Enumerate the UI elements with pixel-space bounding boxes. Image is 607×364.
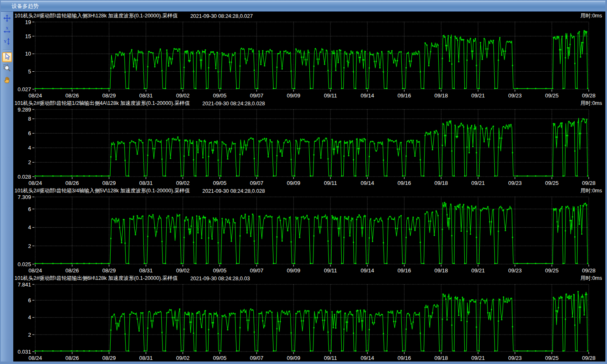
cursor-icon xyxy=(4,53,10,61)
toolbar-separator xyxy=(3,50,11,51)
svg-text:09/09: 09/09 xyxy=(287,180,301,186)
svg-text:08/26: 08/26 xyxy=(66,180,79,186)
svg-text:09/21: 09/21 xyxy=(471,267,485,274)
svg-text:08/24: 08/24 xyxy=(29,267,42,274)
svg-text:08/24: 08/24 xyxy=(29,355,42,361)
pan-hand-icon xyxy=(3,76,11,85)
chart-4-header: 101机头2#驱动部\齿轮箱输出侧6H\128k 加速度波形(0.1-20000… xyxy=(13,274,606,283)
svg-text:08/26: 08/26 xyxy=(66,267,79,274)
svg-text:4: 4 xyxy=(28,145,31,151)
svg-text:09/02: 09/02 xyxy=(176,267,190,274)
y-axis-zoom-button[interactable]: Y xyxy=(2,37,12,47)
x-axis-zoom-button[interactable]: X xyxy=(2,26,12,36)
svg-text:09/16: 09/16 xyxy=(398,355,411,361)
svg-text:09/05: 09/05 xyxy=(213,267,227,274)
svg-text:09/09: 09/09 xyxy=(287,267,301,274)
svg-text:09/25: 09/25 xyxy=(545,355,559,361)
svg-text:09/18: 09/18 xyxy=(435,92,448,99)
svg-text:09/11: 09/11 xyxy=(324,267,337,274)
svg-text:09/14: 09/14 xyxy=(361,355,374,361)
svg-text:09/11: 09/11 xyxy=(324,355,337,361)
svg-text:09/16: 09/16 xyxy=(398,92,411,99)
chart-2-elapsed: 用时:0ms xyxy=(580,100,602,107)
trend-plot-2[interactable]: 9.2890.028864208/2408/2608/2908/3109/020… xyxy=(13,108,606,187)
svg-text:09/02: 09/02 xyxy=(176,355,190,361)
svg-text:09/18: 09/18 xyxy=(435,180,448,186)
chart-4-elapsed: 用时:0ms xyxy=(580,275,602,282)
svg-text:6: 6 xyxy=(28,206,31,212)
svg-text:08/31: 08/31 xyxy=(139,267,153,274)
svg-text:08/26: 08/26 xyxy=(66,355,79,361)
svg-text:08/26: 08/26 xyxy=(66,92,79,99)
svg-text:09/05: 09/05 xyxy=(213,355,227,361)
svg-text:09/21: 09/21 xyxy=(471,92,485,99)
svg-text:08/24: 08/24 xyxy=(29,92,42,99)
svg-text:08/24: 08/24 xyxy=(29,180,42,186)
chart-2-header: 101机头2#驱动部\齿轮箱1/2轴输出侧4A\128k 加速度波形(0.1-2… xyxy=(13,99,606,108)
chart-3-title: 101机头2#驱动部\齿轮箱3/4轴输入侧5V\128k 加速度波形(0.1-2… xyxy=(15,187,190,194)
chart-1-timestamp: 2021-09-30 08:24:28,0.027 xyxy=(190,13,253,19)
svg-text:09/07: 09/07 xyxy=(250,267,264,274)
svg-text:0.027: 0.027 xyxy=(17,86,31,92)
tool-strip: X Y xyxy=(1,12,13,362)
svg-text:09/09: 09/09 xyxy=(287,355,301,361)
svg-text:7.309: 7.309 xyxy=(17,195,31,200)
trend-chart-1: 101机头2#驱动部\齿轮箱输入侧3H\128k 加速度波形(0.1-20000… xyxy=(13,12,606,99)
trend-plot-4[interactable]: 7.8410.03164208/2408/2608/2908/3109/0209… xyxy=(13,283,606,362)
cursor-tool-button[interactable] xyxy=(2,52,12,62)
y-axis-zoom-icon: Y xyxy=(3,38,11,47)
svg-text:6: 6 xyxy=(28,130,31,136)
svg-text:09/09: 09/09 xyxy=(287,92,301,99)
svg-text:08/29: 08/29 xyxy=(102,180,116,186)
charts-area: 101机头2#驱动部\齿轮箱输入侧3H\128k 加速度波形(0.1-20000… xyxy=(13,12,606,362)
chart-3-elapsed: 用时:0ms xyxy=(580,187,602,194)
svg-text:9.289: 9.289 xyxy=(17,108,31,113)
svg-text:08/29: 08/29 xyxy=(102,267,116,274)
svg-text:09/21: 09/21 xyxy=(471,355,485,361)
svg-text:09/16: 09/16 xyxy=(398,180,411,186)
svg-text:7.841: 7.841 xyxy=(17,283,31,288)
svg-text:0.028: 0.028 xyxy=(17,174,31,180)
svg-text:09/28: 09/28 xyxy=(582,92,596,99)
chart-1-title: 101机头2#驱动部\齿轮箱输入侧3H\128k 加速度波形(0.1-20000… xyxy=(15,12,178,19)
svg-text:09/14: 09/14 xyxy=(361,180,374,186)
svg-text:09/11: 09/11 xyxy=(324,180,337,186)
svg-text:2: 2 xyxy=(28,243,31,249)
trend-plot-1[interactable]: 190.0271510508/2408/2608/2908/3109/0209/… xyxy=(13,20,606,99)
svg-text:4: 4 xyxy=(28,224,31,231)
svg-text:2: 2 xyxy=(28,332,31,338)
svg-text:15: 15 xyxy=(25,33,31,39)
svg-text:08/31: 08/31 xyxy=(139,92,153,99)
pan-hand-button[interactable] xyxy=(2,75,12,85)
chart-1-header: 101机头2#驱动部\齿轮箱输入侧3H\128k 加速度波形(0.1-20000… xyxy=(13,12,606,20)
zoom-select-button[interactable] xyxy=(2,64,12,74)
svg-text:10: 10 xyxy=(25,51,31,57)
app-window: 设备多趋势 X xyxy=(0,0,607,364)
pan-all-icon xyxy=(3,15,11,24)
svg-text:08/31: 08/31 xyxy=(139,355,153,361)
window-title: 设备多趋势 xyxy=(12,3,39,9)
svg-text:09/07: 09/07 xyxy=(250,92,264,99)
svg-text:09/18: 09/18 xyxy=(435,355,448,361)
svg-text:09/07: 09/07 xyxy=(250,180,264,186)
svg-text:09/02: 09/02 xyxy=(176,180,190,186)
chart-2-timestamp: 2021-09-30 08:24:28,0.028 xyxy=(202,101,265,107)
chart-3-header: 101机头2#驱动部\齿轮箱3/4轴输入侧5V\128k 加速度波形(0.1-2… xyxy=(13,187,606,195)
svg-text:09/23: 09/23 xyxy=(508,355,522,361)
chart-3-timestamp: 2021-09-30 08:24:28,0.028 xyxy=(202,188,265,194)
svg-text:09/02: 09/02 xyxy=(176,92,190,99)
svg-text:09/11: 09/11 xyxy=(324,92,337,99)
chart-4-timestamp: 2021-09-30 08:24:28,0.03 xyxy=(190,276,250,281)
trend-plot-3[interactable]: 7.3090.02564208/2408/2608/2908/3109/0209… xyxy=(13,195,606,274)
svg-text:Y: Y xyxy=(4,39,7,44)
window-titlebar: 设备多趋势 xyxy=(1,1,605,12)
svg-text:09/25: 09/25 xyxy=(545,267,559,274)
svg-text:08/31: 08/31 xyxy=(139,180,153,186)
svg-text:09/14: 09/14 xyxy=(361,267,374,274)
svg-text:09/28: 09/28 xyxy=(582,355,596,361)
pan-all-button[interactable] xyxy=(2,14,12,24)
chart-1-elapsed: 用时:0ms xyxy=(580,12,602,19)
svg-text:09/05: 09/05 xyxy=(213,92,227,99)
svg-text:09/21: 09/21 xyxy=(471,180,485,186)
svg-text:4: 4 xyxy=(28,314,31,320)
